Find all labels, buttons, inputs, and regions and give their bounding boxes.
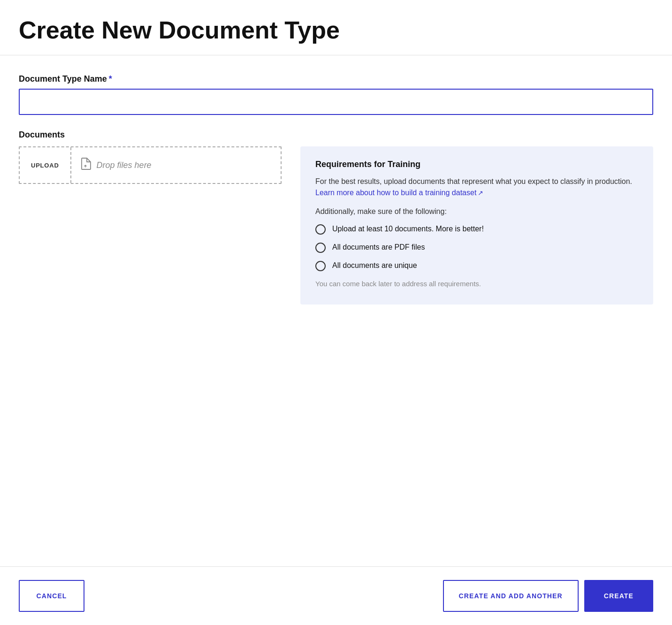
content-section: Document Type Name * Documents UPLOAD bbox=[0, 55, 672, 566]
requirements-panel: Requirements for Training For the best r… bbox=[300, 146, 653, 305]
document-type-name-input[interactable] bbox=[19, 89, 653, 115]
document-type-name-label-container: Document Type Name * bbox=[19, 74, 653, 84]
circle-icon bbox=[315, 261, 326, 271]
upload-button[interactable]: UPLOAD bbox=[20, 147, 71, 183]
footer-section: CANCEL CREATE AND ADD ANOTHER CREATE bbox=[0, 566, 672, 625]
drop-files-text: Drop files here bbox=[97, 160, 152, 170]
requirements-intro: For the best results, upload documents t… bbox=[315, 176, 638, 198]
circle-icon bbox=[315, 243, 326, 253]
create-and-add-button[interactable]: CREATE AND ADD ANOTHER bbox=[443, 580, 579, 612]
requirements-list: Upload at least 10 documents. More is be… bbox=[315, 224, 638, 271]
list-item: Upload at least 10 documents. More is be… bbox=[315, 224, 638, 235]
upload-dropzone[interactable]: UPLOAD Drop files here bbox=[19, 146, 282, 184]
footer-right-buttons: CREATE AND ADD ANOTHER CREATE bbox=[443, 580, 653, 612]
additionally-text: Additionally, make sure of the following… bbox=[315, 206, 638, 217]
page-wrapper: Create New Document Type Document Type N… bbox=[0, 0, 672, 625]
two-column-layout: UPLOAD Drop files here Requ bbox=[19, 146, 653, 305]
list-item: All documents are PDF files bbox=[315, 242, 638, 253]
create-button[interactable]: CREATE bbox=[584, 580, 653, 612]
external-link-icon: ↗ bbox=[478, 188, 483, 198]
documents-label: Documents bbox=[19, 130, 653, 140]
circle-icon bbox=[315, 224, 326, 235]
document-type-name-label: Document Type Name bbox=[19, 74, 107, 84]
requirements-note: You can come back later to address all r… bbox=[315, 279, 638, 290]
page-title: Create New Document Type bbox=[19, 17, 653, 44]
header-section: Create New Document Type bbox=[0, 0, 672, 55]
left-column: UPLOAD Drop files here bbox=[19, 146, 282, 184]
file-icon bbox=[81, 158, 91, 173]
learn-more-link[interactable]: Learn more about how to build a training… bbox=[315, 189, 483, 197]
list-item: All documents are unique bbox=[315, 260, 638, 271]
drop-zone-area: Drop files here bbox=[71, 158, 281, 173]
cancel-button[interactable]: CANCEL bbox=[19, 580, 84, 612]
required-star: * bbox=[109, 74, 112, 84]
requirements-title: Requirements for Training bbox=[315, 160, 638, 169]
